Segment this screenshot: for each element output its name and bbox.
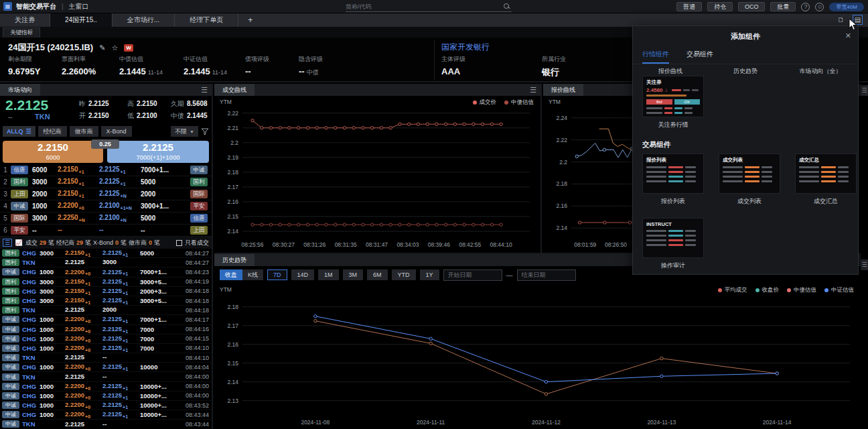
support-icon[interactable]: ☺ [815, 3, 824, 11]
trade-row[interactable]: 中诚CHG10002.2200+02.2125+17000+1...08:44:… [0, 267, 212, 277]
best-bid-block[interactable]: 2.2150 6000 [3, 141, 103, 163]
only-deals-toggle[interactable]: 只看成交 [176, 239, 209, 247]
mode-close-button[interactable]: 收盘 [220, 269, 242, 280]
legend-item[interactable]: 中债估值 [787, 286, 816, 294]
oco-button[interactable]: OCO [738, 2, 766, 11]
tab-quote-curve[interactable]: 报价曲线 [543, 84, 583, 96]
svg-text:2.2: 2.2 [230, 139, 238, 146]
trade-row[interactable]: 中诚CHG10002.2200+02.2125+1700008:44:16 [0, 325, 212, 334]
legend-item[interactable]: 收盘价 [755, 286, 780, 294]
range-button-14d[interactable]: 14D [291, 269, 315, 280]
broker-badge: 中诚 [2, 373, 19, 381]
edit-icon[interactable]: ✎ [99, 44, 105, 52]
limit-dropdown[interactable]: 不限▼ [171, 126, 198, 137]
trade-row[interactable]: 国利CHG30002.2150+12.2125+12000+3...08:44:… [0, 287, 212, 296]
legend-item[interactable]: 中证估值 [824, 286, 854, 294]
tab-market[interactable]: 全市场行... [113, 13, 175, 27]
tab-trade-widgets[interactable]: 交易组件 [686, 50, 713, 64]
widget-watchlist-quote[interactable]: 关注券 2.4580↓ Bid Ofr 关注券行情 [642, 76, 704, 129]
position-button[interactable]: 持仓 [707, 2, 733, 11]
quote-row[interactable]: 2国利30002.2150+12.2125+15000国利 [0, 176, 212, 188]
best-ask-block[interactable]: 2.2125 7000(+1)+1000 [107, 141, 209, 163]
svg-text:2.15: 2.15 [227, 360, 238, 367]
tab-key-metrics[interactable]: 关键指标 [3, 27, 40, 38]
favorite-star-icon[interactable]: ☆ [111, 44, 118, 52]
filter-broker-button[interactable]: 经纪商 [38, 126, 67, 137]
filter-xbond-button[interactable]: X-Bond [101, 126, 132, 137]
filter-funnel-icon[interactable] [201, 127, 209, 135]
trade-row[interactable]: 中诚TKN2.2125--08:44:00 [0, 372, 212, 381]
widget-history-trend[interactable]: 历史趋势 [708, 67, 783, 76]
panel-menu-icon[interactable]: ☰ [530, 84, 540, 96]
search-icon[interactable] [504, 3, 510, 10]
widget-deal-list[interactable]: 成交列表成交列表 [719, 154, 780, 206]
panel-menu-icon[interactable]: ☰ [861, 85, 868, 96]
widget-quote-curve[interactable]: 报价曲线 [633, 67, 708, 76]
mode-kline-button[interactable]: K线 [242, 269, 263, 280]
trade-row[interactable]: 中诚CHG10002.2200+02.2125+110000+...08:44:… [0, 391, 212, 401]
trade-row[interactable]: 中诚CHG10002.2200+02.2125+1700008:44:15 [0, 334, 212, 344]
tab-market-trend[interactable]: 市场动向 [0, 84, 40, 96]
quote-row[interactable]: 4中诚10002.2200+02.2100+1+N3000+1...平安 [0, 200, 212, 212]
trade-row[interactable]: 国利TKN2.2125300008:44:27 [0, 258, 212, 267]
svg-text:2.18: 2.18 [227, 304, 238, 310]
tab-market-widgets[interactable]: 行情组件 [642, 50, 669, 64]
trade-row[interactable]: 中诚CHG10002.2200+02.2125+11000008:44:04 [0, 363, 212, 372]
legend-item[interactable]: 成交价 [473, 99, 497, 107]
start-date-input[interactable] [443, 269, 502, 281]
batch-button[interactable]: 批量 [770, 2, 796, 11]
widget-deal-summary[interactable]: 成交汇总成交汇总 [795, 154, 857, 206]
trade-row[interactable]: 国利CHG30002.2150+12.2125+13000+5...08:44:… [0, 278, 212, 287]
quote-row[interactable]: 6平安--------上田 [0, 225, 212, 237]
issuer-link[interactable]: 国家开发银行 [441, 42, 628, 53]
range-button-3m[interactable]: 3M [343, 269, 364, 280]
svg-text:08:44:10: 08:44:10 [490, 241, 512, 248]
tab-manager-order[interactable]: 经理下单页 [175, 13, 238, 27]
search-input[interactable] [346, 3, 504, 10]
wind-badge[interactable]: W [124, 44, 133, 52]
range-button-1m[interactable]: 1M [318, 269, 339, 280]
quote-row[interactable]: 5国际30002.2250+N2.2100+N5000信唐 [0, 212, 212, 225]
trade-row[interactable]: 中诚CHG10002.2200+02.2125+110000+...08:44:… [0, 382, 212, 391]
trade-row[interactable]: 中诚TKN2.2125--08:43:44 [0, 420, 212, 429]
help-icon[interactable]: ? [801, 3, 810, 11]
close-icon[interactable]: ✕ [845, 32, 851, 40]
range-button-7d[interactable]: 7D [267, 269, 287, 280]
quote-row[interactable]: 3上田20002.2150+12.2125+N2000国际 [0, 188, 212, 200]
tab-bond-active[interactable]: 24国开15.. [50, 13, 113, 27]
export-page-icon[interactable]: 🗋 [836, 15, 846, 25]
add-tab-icon[interactable]: + [238, 13, 262, 27]
range-button-ytd[interactable]: YTD [392, 269, 416, 280]
broker-badge: 中诚 [2, 345, 19, 352]
trade-row[interactable]: 中诚CHG10002.2200+02.2125+17000+1...08:44:… [0, 315, 212, 324]
tab-history-trend[interactable]: 历史趋势 [214, 254, 255, 266]
range-button-1y[interactable]: 1Y [420, 269, 439, 280]
trade-row[interactable]: 国利TKN2.2125200008:44:18 [0, 306, 212, 315]
widget-market-trend-all[interactable]: 市场动向（全） [783, 67, 858, 76]
legend-item[interactable]: 平均成交 [718, 286, 747, 294]
tab-watchlist[interactable]: 关注券 [0, 13, 50, 27]
tab-deal-curve[interactable]: 成交曲线 [214, 84, 255, 96]
filter-marketmaker-button[interactable]: 做市商 [70, 126, 98, 137]
search-box[interactable] [346, 2, 512, 12]
checkbox-icon[interactable] [176, 240, 182, 246]
svg-text:08:31:35: 08:31:35 [335, 241, 357, 248]
widget-quote-list[interactable]: 报价列表报价列表 [642, 154, 704, 206]
allq-button[interactable]: ALLQ☰ [3, 126, 35, 137]
trade-row[interactable]: 国利CHG30002.2150+12.2125+1500008:44:27 [0, 249, 212, 258]
quote-row[interactable]: 1信唐60002.2150+12.2125+17000+1...中诚 [0, 164, 212, 176]
trade-row[interactable]: 中诚TKN2.2125--08:44:10 [0, 353, 212, 363]
trade-row[interactable]: 中诚CHG10002.2200+02.2125+1700008:44:10 [0, 344, 212, 353]
panel-menu-icon[interactable]: ☰ [201, 84, 212, 96]
order-normal-button[interactable]: 普通 [676, 2, 702, 11]
trade-row[interactable]: 中诚CHG10002.2200+02.2125+110000+...08:43:… [0, 401, 212, 410]
widget-audit[interactable]: INSTRUCT操作审计 [642, 218, 704, 270]
list-view-icon[interactable]: ☰ [3, 239, 12, 247]
end-date-input[interactable] [517, 269, 576, 281]
legend-item[interactable]: 中债估值 [504, 99, 534, 107]
trade-row[interactable]: 国利CHG30002.2150+12.2125+13000+5...08:44:… [0, 296, 212, 306]
panel-menu-icon[interactable]: ☰ [861, 259, 868, 270]
range-button-6m[interactable]: 6M [367, 269, 388, 280]
trade-row[interactable]: 中诚CHG10002.2200+02.2125+110000+...08:43:… [0, 410, 212, 420]
chart-view-icon[interactable]: 📈 [14, 239, 23, 247]
